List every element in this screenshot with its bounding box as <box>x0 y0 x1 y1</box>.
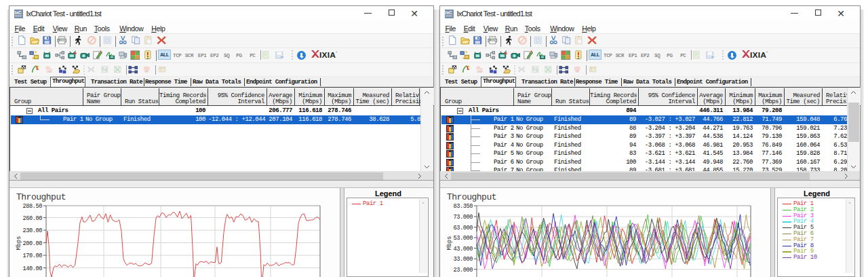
svg-text:73.000: 73.000 <box>453 214 473 221</box>
svg-text:43.000: 43.000 <box>453 246 473 253</box>
svg-text:33.000: 33.000 <box>453 256 473 263</box>
svg-text:Mbps: Mbps <box>446 236 453 251</box>
svg-text:Mbps: Mbps <box>16 236 22 251</box>
svg-text:288.50: 288.50 <box>22 203 42 210</box>
svg-text:200.00: 200.00 <box>22 240 42 247</box>
svg-text:53.000: 53.000 <box>453 235 473 242</box>
svg-text:2: 2 <box>577 56 579 60</box>
svg-text:23.000: 23.000 <box>453 267 473 274</box>
svg-text:170.00: 170.00 <box>22 253 42 259</box>
svg-text:83.350: 83.350 <box>453 203 473 210</box>
svg-text:2: 2 <box>146 56 149 60</box>
svg-text:63.000: 63.000 <box>453 225 473 232</box>
svg-text:230.00: 230.00 <box>22 227 42 234</box>
svg-text:140.00: 140.00 <box>22 265 42 272</box>
svg-text:260.00: 260.00 <box>22 215 42 222</box>
